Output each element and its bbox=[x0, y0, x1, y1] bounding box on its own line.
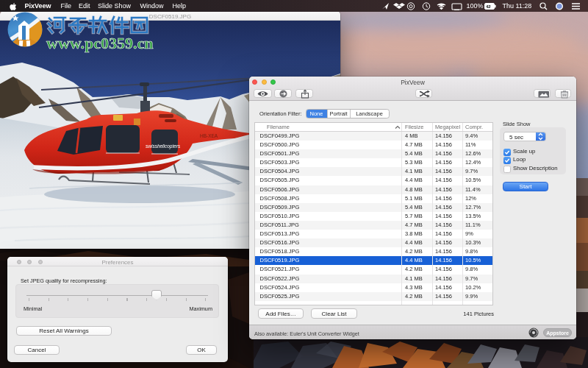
svg-text:42: 42 bbox=[486, 4, 491, 9]
svg-text:www.pc0359.cn: www.pc0359.cn bbox=[46, 34, 153, 52]
svg-text:swisshelicopters: swisshelicopters bbox=[146, 144, 181, 149]
svg-text:HB-XEA: HB-XEA bbox=[200, 133, 218, 138]
